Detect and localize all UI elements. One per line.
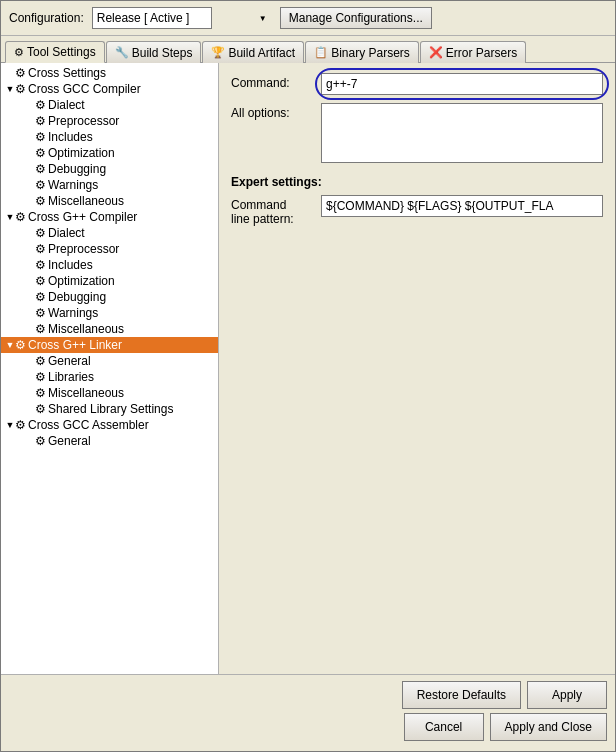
miscellaneous-1-icon: ⚙ [35, 194, 46, 208]
tree-item-warnings-1[interactable]: ⚙ Warnings [1, 177, 218, 193]
dialect-2-icon: ⚙ [35, 226, 46, 240]
cross-gpp-linker-icon: ⚙ [15, 338, 26, 352]
miscellaneous-1-label: Miscellaneous [48, 194, 124, 208]
tree-item-cross-gpp-linker[interactable]: ▼ ⚙ Cross G++ Linker [1, 337, 218, 353]
tree-item-preprocessor-2[interactable]: ⚙ Preprocessor [1, 241, 218, 257]
button-row-1: Restore Defaults Apply [9, 681, 607, 709]
optimization-2-label: Optimization [48, 274, 115, 288]
shared-library-settings-label: Shared Library Settings [48, 402, 173, 416]
tab-tool-settings-label: Tool Settings [27, 45, 96, 59]
general-2-label: General [48, 434, 91, 448]
main-content: ⚙ Cross Settings ▼ ⚙ Cross GCC Compiler … [1, 63, 615, 674]
tab-build-artifact[interactable]: 🏆 Build Artifact [202, 41, 304, 63]
tab-binary-parsers-label: Binary Parsers [331, 46, 410, 60]
dialect-1-label: Dialect [48, 98, 85, 112]
shared-library-settings-icon: ⚙ [35, 402, 46, 416]
includes-1-label: Includes [48, 130, 93, 144]
command-label: Command: [231, 73, 321, 90]
general-2-icon: ⚙ [35, 434, 46, 448]
miscellaneous-2-label: Miscellaneous [48, 322, 124, 336]
tree-item-general[interactable]: ⚙ General [1, 353, 218, 369]
toggle-cross-gpp-linker: ▼ [5, 340, 15, 350]
tree-item-warnings-2[interactable]: ⚙ Warnings [1, 305, 218, 321]
tree-item-includes-2[interactable]: ⚙ Includes [1, 257, 218, 273]
tree-panel: ⚙ Cross Settings ▼ ⚙ Cross GCC Compiler … [1, 63, 219, 674]
cross-gcc-compiler-icon: ⚙ [15, 82, 26, 96]
manage-configurations-button[interactable]: Manage Configurations... [280, 7, 432, 29]
tree-item-optimization-2[interactable]: ⚙ Optimization [1, 273, 218, 289]
tool-settings-icon: ⚙ [14, 46, 24, 59]
tree-item-preprocessor-1[interactable]: ⚙ Preprocessor [1, 113, 218, 129]
optimization-1-icon: ⚙ [35, 146, 46, 160]
config-label: Configuration: [9, 11, 84, 25]
tree-item-optimization-1[interactable]: ⚙ Optimization [1, 145, 218, 161]
warnings-1-icon: ⚙ [35, 178, 46, 192]
tab-error-parsers[interactable]: ❌ Error Parsers [420, 41, 526, 63]
all-options-row: All options: [231, 103, 603, 163]
all-options-textarea[interactable] [321, 103, 603, 163]
tab-build-steps[interactable]: 🔧 Build Steps [106, 41, 202, 63]
config-select-wrap[interactable]: Release [ Active ] [92, 7, 272, 29]
preprocessor-2-label: Preprocessor [48, 242, 119, 256]
binary-parsers-icon: 📋 [314, 46, 328, 59]
debugging-2-label: Debugging [48, 290, 106, 304]
tabs-bar: ⚙ Tool Settings 🔧 Build Steps 🏆 Build Ar… [1, 36, 615, 63]
preprocessor-1-icon: ⚙ [35, 114, 46, 128]
optimization-1-label: Optimization [48, 146, 115, 160]
tab-tool-settings[interactable]: ⚙ Tool Settings [5, 41, 105, 63]
toggle-cross-gcc-assembler: ▼ [5, 420, 15, 430]
tree-item-cross-settings[interactable]: ⚙ Cross Settings [1, 65, 218, 81]
tree-item-miscellaneous-1[interactable]: ⚙ Miscellaneous [1, 193, 218, 209]
command-line-pattern-input[interactable] [321, 195, 603, 217]
libraries-icon: ⚙ [35, 370, 46, 384]
toggle-cross-gpp-compiler: ▼ [5, 212, 15, 222]
debugging-2-icon: ⚙ [35, 290, 46, 304]
tree-item-miscellaneous-3[interactable]: ⚙ Miscellaneous [1, 385, 218, 401]
config-bar: Configuration: Release [ Active ] Manage… [1, 1, 615, 36]
tree-item-debugging-1[interactable]: ⚙ Debugging [1, 161, 218, 177]
tree-item-miscellaneous-2[interactable]: ⚙ Miscellaneous [1, 321, 218, 337]
tree-item-debugging-2[interactable]: ⚙ Debugging [1, 289, 218, 305]
restore-defaults-button[interactable]: Restore Defaults [402, 681, 521, 709]
settings-panel: Command: All options: Expert settings: C… [219, 63, 615, 674]
tree-item-shared-library-settings[interactable]: ⚙ Shared Library Settings [1, 401, 218, 417]
tree-item-libraries[interactable]: ⚙ Libraries [1, 369, 218, 385]
cross-gpp-compiler-label: Cross G++ Compiler [28, 210, 137, 224]
dialect-1-icon: ⚙ [35, 98, 46, 112]
miscellaneous-3-label: Miscellaneous [48, 386, 124, 400]
miscellaneous-2-icon: ⚙ [35, 322, 46, 336]
warnings-1-label: Warnings [48, 178, 98, 192]
command-line-pattern-row: Command line pattern: [231, 195, 603, 226]
command-input[interactable] [321, 73, 603, 95]
warnings-2-label: Warnings [48, 306, 98, 320]
general-icon: ⚙ [35, 354, 46, 368]
tree-item-cross-gcc-assembler[interactable]: ▼ ⚙ Cross GCC Assembler [1, 417, 218, 433]
command-input-wrap [321, 73, 603, 95]
includes-2-icon: ⚙ [35, 258, 46, 272]
apply-button[interactable]: Apply [527, 681, 607, 709]
cross-gpp-linker-label: Cross G++ Linker [28, 338, 122, 352]
apply-and-close-button[interactable]: Apply and Close [490, 713, 607, 741]
general-label: General [48, 354, 91, 368]
tab-binary-parsers[interactable]: 📋 Binary Parsers [305, 41, 419, 63]
bottom-bar: Restore Defaults Apply Cancel Apply and … [1, 674, 615, 751]
tree-item-dialect-2[interactable]: ⚙ Dialect [1, 225, 218, 241]
build-artifact-icon: 🏆 [211, 46, 225, 59]
tree-item-general-2[interactable]: ⚙ General [1, 433, 218, 449]
tab-error-parsers-label: Error Parsers [446, 46, 517, 60]
cancel-button[interactable]: Cancel [404, 713, 484, 741]
preprocessor-2-icon: ⚙ [35, 242, 46, 256]
tree-item-cross-gpp-compiler[interactable]: ▼ ⚙ Cross G++ Compiler [1, 209, 218, 225]
tree-item-dialect-1[interactable]: ⚙ Dialect [1, 97, 218, 113]
tab-build-artifact-label: Build Artifact [228, 46, 295, 60]
error-parsers-icon: ❌ [429, 46, 443, 59]
command-row: Command: [231, 73, 603, 95]
toggle-cross-gcc-compiler: ▼ [5, 84, 15, 94]
main-dialog: Configuration: Release [ Active ] Manage… [0, 0, 616, 752]
tree-item-includes-1[interactable]: ⚙ Includes [1, 129, 218, 145]
cross-gcc-assembler-icon: ⚙ [15, 418, 26, 432]
tab-build-steps-label: Build Steps [132, 46, 193, 60]
config-select[interactable]: Release [ Active ] [92, 7, 212, 29]
cross-gcc-assembler-label: Cross GCC Assembler [28, 418, 149, 432]
tree-item-cross-gcc-compiler[interactable]: ▼ ⚙ Cross GCC Compiler [1, 81, 218, 97]
